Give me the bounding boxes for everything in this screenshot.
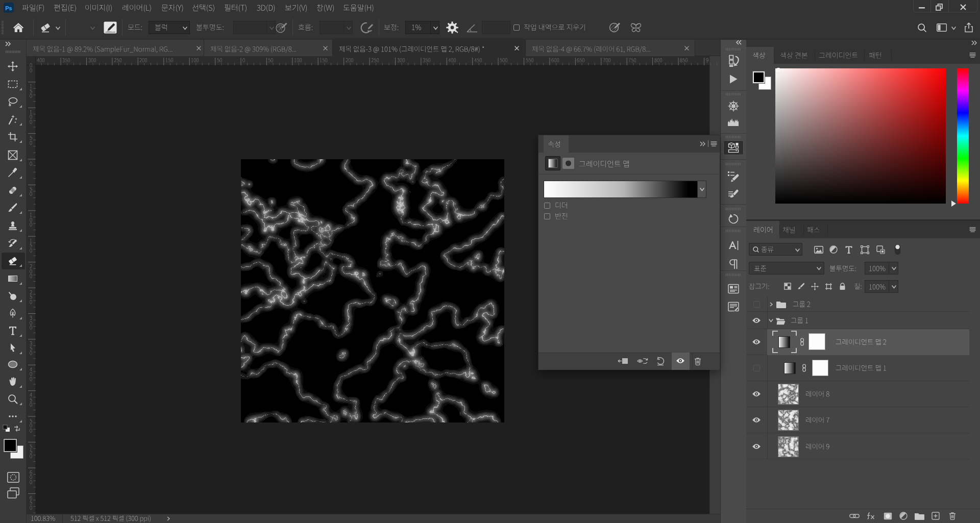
svg-text:Ps: Ps	[5, 5, 12, 11]
